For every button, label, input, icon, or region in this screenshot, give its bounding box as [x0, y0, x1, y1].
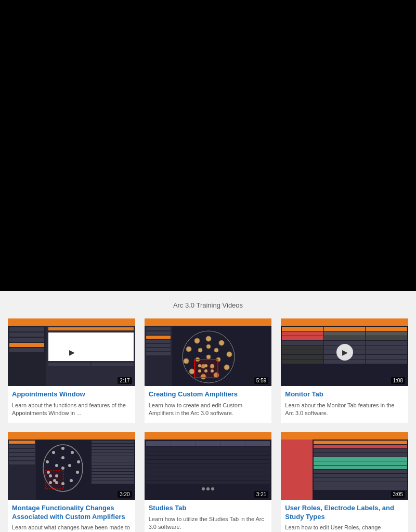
- svg-point-40: [55, 464, 58, 467]
- video-thumbnail-monitor[interactable]: 1:08: [281, 318, 408, 386]
- svg-rect-19: [194, 360, 218, 378]
- svg-point-2: [219, 340, 224, 345]
- svg-point-45: [55, 481, 58, 484]
- video-desc-roles: Learn how to edit User Roles, change Ele…: [285, 524, 404, 532]
- svg-point-44: [49, 481, 52, 484]
- duration-roles: 3:05: [391, 491, 405, 498]
- svg-point-24: [204, 369, 207, 373]
- video-title-custom-amp: Creating Custom Amplifiers: [149, 390, 268, 399]
- svg-point-28: [61, 447, 64, 450]
- video-desc-custom-amp: Learn how to create and edit Custom Ampl…: [149, 402, 268, 418]
- svg-point-42: [49, 474, 52, 477]
- svg-point-35: [47, 471, 50, 474]
- svg-point-39: [68, 464, 71, 467]
- video-thumbnail-montage[interactable]: 3:20: [8, 432, 135, 500]
- video-title-montage: Montage Functionality Changes Associated…: [12, 504, 131, 522]
- svg-point-37: [52, 451, 55, 454]
- duration-studies: 3:21: [254, 491, 268, 498]
- svg-point-9: [186, 347, 191, 352]
- video-grid: 2:17 Appointments Window Learn about the…: [8, 318, 408, 532]
- svg-point-31: [76, 471, 79, 474]
- video-card-appointments[interactable]: 2:17 Appointments Window Learn about the…: [8, 318, 135, 423]
- duration-montage: 3:20: [118, 491, 132, 498]
- duration-custom-amp: 5:59: [254, 377, 268, 384]
- svg-point-30: [77, 460, 80, 463]
- page-title: Arc 3.0 Training Videos: [8, 301, 408, 309]
- svg-point-21: [204, 364, 207, 367]
- video-desc-studies: Learn how to utilize the Studies Tab in …: [149, 515, 268, 531]
- svg-point-18: [206, 355, 211, 359]
- svg-point-29: [71, 451, 74, 454]
- svg-point-33: [61, 482, 64, 485]
- svg-point-20: [198, 364, 201, 367]
- svg-point-22: [211, 364, 214, 367]
- svg-point-25: [211, 369, 214, 373]
- svg-point-41: [61, 456, 64, 459]
- svg-point-11: [206, 344, 211, 349]
- video-card-studies[interactable]: 3:21 Studies Tab Learn how to utilize th…: [145, 432, 272, 532]
- svg-point-36: [46, 460, 49, 463]
- video-title-appointments: Appointments Window: [12, 390, 131, 399]
- duration-monitor: 1:08: [391, 377, 405, 384]
- video-card-custom-amp[interactable]: 5:59 Creating Custom Amplifiers Learn ho…: [145, 318, 272, 423]
- svg-point-10: [194, 338, 200, 343]
- video-card-monitor[interactable]: 1:08 Monitor Tab Learn about the Monitor…: [281, 318, 408, 423]
- svg-point-1: [206, 336, 211, 341]
- video-title-roles: User Roles, Electrode Labels, and Study …: [285, 504, 404, 522]
- video-desc-montage: Learn about what changes have been made …: [12, 524, 131, 532]
- svg-point-4: [224, 365, 229, 370]
- video-thumbnail-custom-amp[interactable]: 5:59: [145, 318, 272, 386]
- video-card-roles[interactable]: 3:05 User Roles, Electrode Labels, and S…: [281, 432, 408, 532]
- duration-appointments: 2:17: [118, 377, 132, 384]
- video-thumbnail-roles[interactable]: 3:05: [281, 432, 408, 500]
- video-desc-appointments: Learn about the functions and features o…: [12, 402, 131, 418]
- svg-point-7: [189, 369, 194, 374]
- svg-point-3: [227, 352, 232, 357]
- video-thumbnail-studies[interactable]: 3:21: [145, 432, 272, 500]
- svg-point-8: [184, 358, 189, 364]
- svg-point-32: [70, 479, 73, 482]
- video-title-monitor: Monitor Tab: [285, 390, 404, 399]
- video-title-studies: Studies Tab: [149, 504, 268, 513]
- svg-point-43: [55, 474, 58, 477]
- svg-point-38: [61, 467, 64, 470]
- svg-point-17: [198, 348, 202, 352]
- video-card-montage[interactable]: 3:20 Montage Functionality Changes Assoc…: [8, 432, 135, 532]
- svg-point-23: [198, 369, 201, 373]
- play-button-appointments[interactable]: [63, 344, 80, 361]
- play-button-monitor[interactable]: [336, 344, 353, 361]
- svg-point-12: [214, 348, 218, 352]
- video-desc-monitor: Learn about the Monitor Tab features in …: [285, 402, 404, 418]
- video-thumbnail-appointments[interactable]: 2:17: [8, 318, 135, 386]
- main-content: Arc 3.0 Training Videos: [0, 291, 416, 532]
